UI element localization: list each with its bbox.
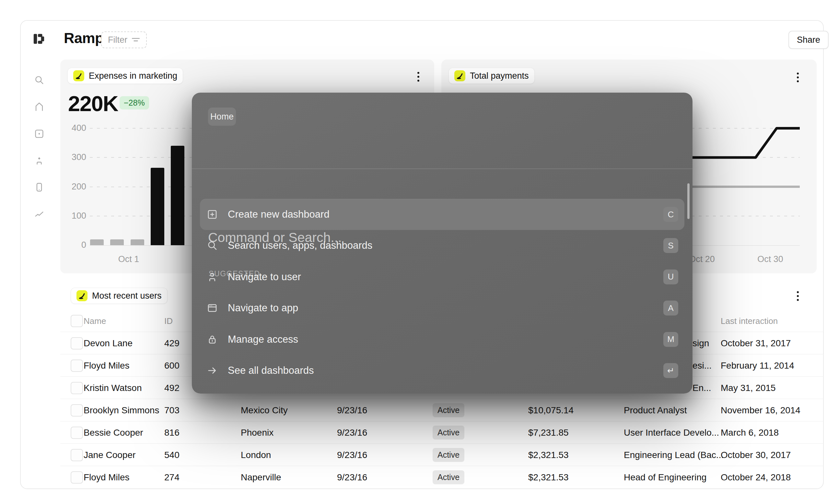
cell-date: 9/23/16: [337, 399, 367, 421]
filter-button[interactable]: Filter: [101, 32, 147, 48]
cell-id: 274: [164, 466, 180, 488]
cell-date: 9/23/16: [337, 444, 367, 466]
row-checkbox[interactable]: [71, 337, 83, 349]
bar-y-tick-label: 0: [58, 240, 86, 250]
palette-item-see-all-dashboards[interactable]: See all dashboards↵: [200, 355, 684, 386]
cell-role: Engineering Lead (Bac...: [624, 444, 724, 466]
bar: [130, 239, 144, 245]
cell-last-interaction: October 24, 2018: [721, 466, 791, 488]
home-icon[interactable]: [34, 102, 45, 112]
row-checkbox[interactable]: [71, 404, 83, 416]
cell-role: User Interface Develo...: [624, 421, 719, 444]
palette-item-manage-access[interactable]: Manage accessM: [200, 324, 684, 355]
bar: [110, 239, 124, 245]
column-header-name[interactable]: Name: [84, 310, 106, 332]
bar-y-tick-label: 100: [58, 211, 86, 221]
column-header-id[interactable]: ID: [164, 310, 173, 332]
bar-x-tick-label: Oct 1: [106, 254, 151, 264]
cell-name: Jane Cooper: [84, 444, 136, 466]
share-button-label: Share: [797, 35, 820, 45]
cell-city: London: [241, 444, 271, 466]
palette-item-search-users-apps-dashboards[interactable]: Search users, apps, dashboardsS: [200, 230, 684, 261]
recent-users-chip[interactable]: Most recent users: [71, 288, 167, 304]
cell-name: Floyd Miles: [84, 466, 130, 488]
recent-users-chip-label: Most recent users: [92, 291, 162, 301]
status-badge: Active: [433, 403, 464, 417]
expenses-value: 220K: [68, 91, 118, 116]
bar-y-tick-label: 200: [58, 182, 86, 192]
select-all-checkbox[interactable]: [71, 315, 83, 327]
cell-date: 9/23/16: [337, 466, 367, 488]
cell-status: Active: [433, 421, 464, 444]
palette-item-navigate-to-user[interactable]: Navigate to userU: [200, 262, 684, 292]
card-widget-icon[interactable]: [34, 128, 45, 139]
plus-square-icon: [207, 209, 218, 220]
screen: Ramp Filter Share Expenses in marketing …: [0, 0, 838, 504]
cell-id: 540: [164, 444, 180, 466]
expenses-menu-button[interactable]: [416, 71, 421, 83]
table-row[interactable]: Brooklyn Simmons703Mexico City9/23/16Act…: [60, 399, 824, 421]
payments-chip-label: Total payments: [470, 71, 529, 81]
table-menu-button[interactable]: [796, 290, 800, 302]
row-checkbox[interactable]: [71, 360, 83, 372]
bar: [151, 168, 164, 245]
search-icon[interactable]: [34, 74, 45, 86]
shortcut-keycap: C: [663, 207, 678, 222]
cell-status: Active: [433, 399, 464, 421]
cell-amount: $2,321.53: [528, 444, 569, 466]
cell-id: 492: [164, 377, 180, 399]
bar: [90, 239, 104, 245]
cell-role: esi...: [693, 354, 712, 377]
cell-city: Phoenix: [241, 421, 273, 444]
row-checkbox[interactable]: [71, 382, 83, 394]
palette-item-navigate-to-app[interactable]: Navigate to appA: [200, 292, 684, 324]
payments-chip[interactable]: Total payments: [448, 68, 535, 84]
page-title: Ramp: [64, 30, 104, 47]
command-palette: Home Command or Search... SUGGESTED Crea…: [192, 93, 693, 394]
cell-last-interaction: November 16, 2014: [721, 399, 800, 421]
table-row[interactable]: Bessie Cooper816Phoenix9/23/16Active$7,2…: [60, 421, 824, 444]
share-button[interactable]: Share: [788, 31, 828, 49]
status-badge: Active: [433, 426, 464, 439]
cell-last-interaction: October 31, 2017: [721, 332, 791, 354]
bar: [171, 146, 184, 245]
cell-last-interaction: February 11, 2014: [721, 354, 794, 377]
bar-y-tick-label: 300: [58, 152, 86, 162]
cell-role: sign: [693, 332, 709, 354]
cell-name: Devon Lane: [84, 332, 132, 354]
column-header-last-interaction[interactable]: Last interaction: [721, 310, 778, 332]
table-row[interactable]: Floyd Miles274Naperville9/23/16Active$2,…: [60, 466, 824, 488]
table-row[interactable]: Jane Cooper540London9/23/16Active$2,321.…: [60, 444, 824, 466]
payments-menu-button[interactable]: [796, 71, 800, 84]
expenses-delta-badge: −28%: [120, 96, 149, 109]
cell-id: 600: [164, 354, 180, 377]
cell-status: Active: [433, 466, 464, 488]
palette-item-label: Navigate to user: [228, 271, 301, 283]
row-checkbox[interactable]: [71, 427, 83, 439]
metric-icon: [454, 70, 465, 81]
filter-button-label: Filter: [108, 35, 127, 45]
status-badge: Active: [433, 470, 464, 484]
shortcut-keycap: S: [663, 238, 678, 253]
cell-name: Floyd Miles: [84, 354, 130, 377]
arrow-right-icon: [207, 365, 218, 376]
row-checkbox[interactable]: [71, 449, 83, 461]
palette-scrollbar[interactable]: [687, 183, 690, 219]
palette-item-create-new-dashboard[interactable]: Create new dashboardC: [200, 199, 684, 230]
search-icon: [207, 240, 218, 251]
lock-icon: [207, 334, 218, 345]
mobile-icon[interactable]: [34, 182, 45, 193]
cell-date: 9/23/16: [337, 421, 367, 444]
cell-name: Bessie Cooper: [84, 421, 143, 444]
user-icon[interactable]: [34, 155, 45, 166]
row-checkbox[interactable]: [71, 471, 83, 484]
trend-icon[interactable]: [34, 209, 45, 220]
expenses-chip[interactable]: Expenses in marketing: [67, 68, 183, 84]
metric-icon: [76, 290, 88, 301]
cell-last-interaction: May 31, 2015: [721, 377, 776, 399]
line-x-tick-label: Oct 30: [748, 254, 793, 264]
status-badge: Active: [433, 448, 464, 462]
cell-role: Head of Engineering: [624, 466, 707, 488]
shortcut-keycap: M: [663, 332, 678, 347]
cell-id: 703: [164, 399, 180, 421]
